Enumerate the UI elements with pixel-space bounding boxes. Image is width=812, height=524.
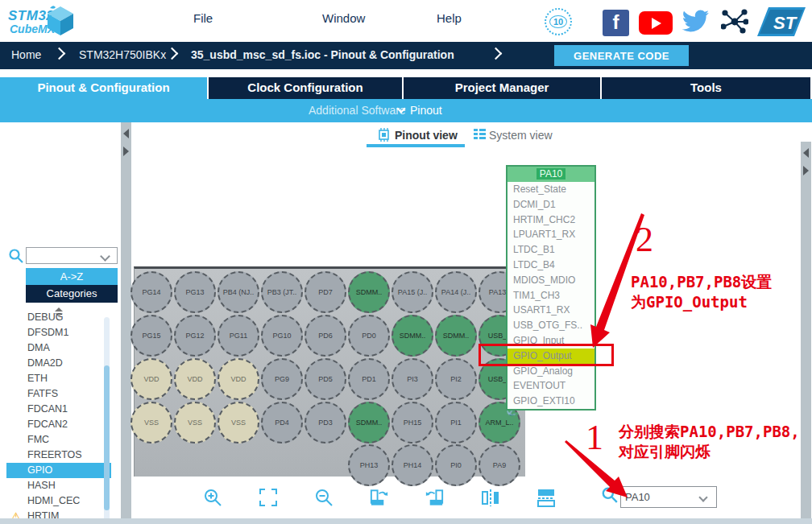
pin-pd0[interactable]: PD0 (348, 315, 390, 357)
expand-right-icon[interactable] (803, 166, 809, 175)
right-splitter[interactable] (801, 142, 811, 519)
pin-pb3jt[interactable]: PB3 (JT.. (261, 271, 303, 313)
pin-vss[interactable]: VSS (174, 402, 216, 444)
best-fit-icon[interactable] (257, 486, 279, 508)
network-icon[interactable] (721, 9, 748, 35)
sidebar-item-fatfs[interactable]: FATFS (6, 386, 111, 402)
peripheral-search-input[interactable] (26, 247, 118, 264)
tab-tools[interactable]: Tools (602, 77, 810, 99)
twitter-icon[interactable] (681, 10, 710, 34)
sidebar-item-gpio[interactable]: GPIO (6, 463, 111, 478)
anniversary-badge-icon[interactable]: 10 (545, 8, 572, 35)
tab-pinout-view[interactable]: Pinout view (395, 129, 458, 142)
pin-pd7[interactable]: PD7 (304, 271, 346, 313)
zoom-out-icon[interactable] (313, 486, 334, 508)
sidebar-item-fdcan1[interactable]: FDCAN1 (6, 402, 111, 417)
sidebar-item-hash[interactable]: HASH (6, 478, 111, 493)
menu-item-reset-state[interactable]: Reset_State (508, 182, 594, 197)
menu-item-gpio-exti10[interactable]: GPIO_EXTI10 (508, 394, 594, 409)
tab-project-manager[interactable]: Project Manager (404, 77, 602, 99)
tab-pinout-configuration[interactable]: Pinout & Configuration (0, 77, 209, 99)
st-logo[interactable]: ST (756, 5, 807, 39)
pin-pg14[interactable]: PG14 (130, 271, 172, 313)
pin-pi1[interactable]: PI1 (435, 402, 477, 444)
tab-system-view[interactable]: System view (489, 129, 553, 142)
additional-software-link[interactable]: Additional Software (309, 104, 406, 117)
sort-az-button[interactable]: A->Z (26, 268, 118, 285)
pinout-dropdown[interactable]: Pinout (398, 104, 442, 117)
pin-pi2[interactable]: PI2 (435, 358, 477, 400)
pin-pd1[interactable]: PD1 (348, 358, 390, 400)
breadcrumb-item-1[interactable]: STM32H750IBKx (79, 48, 166, 61)
pin-ph13[interactable]: PH13 (348, 444, 390, 486)
expand-right-icon[interactable] (123, 146, 129, 156)
menu-item-usb-otg-fs-[interactable]: USB_OTG_FS.. (508, 318, 594, 333)
pin-pd5[interactable]: PD5 (304, 358, 346, 400)
pin-pg15[interactable]: PG15 (130, 315, 172, 357)
sidebar-item-fmc[interactable]: FMC (6, 432, 111, 448)
pin-pi0[interactable]: PI0 (435, 444, 477, 486)
rotate-clockwise-icon[interactable] (368, 486, 390, 508)
breadcrumb-item-0[interactable]: Home (11, 48, 41, 61)
scrollbar-thumb[interactable] (104, 365, 110, 510)
collapse-left-icon[interactable] (803, 148, 809, 158)
pin-vdd[interactable]: VDD (130, 358, 172, 400)
pin-vss[interactable]: VSS (130, 402, 172, 444)
pin-pd4[interactable]: PD4 (261, 402, 303, 444)
pin-pg11[interactable]: PG11 (218, 315, 259, 357)
sidebar-item-dma[interactable]: DMA (6, 340, 111, 356)
pin-pa15j[interactable]: PA15 (J.. (392, 271, 433, 313)
generate-code-button[interactable]: GENERATE CODE (554, 45, 689, 66)
tab-clock-configuration[interactable]: Clock Configuration (209, 77, 404, 99)
left-splitter[interactable] (121, 122, 131, 524)
pin-pg9[interactable]: PG9 (261, 358, 303, 400)
layers-icon[interactable] (535, 486, 557, 508)
menu-item-usart1-rx[interactable]: USART1_RX (508, 303, 594, 318)
flip-horizontal-icon[interactable] (479, 486, 501, 508)
pin-pg10[interactable]: PG10 (261, 315, 303, 357)
pin-pg12[interactable]: PG12 (174, 315, 216, 357)
menu-help[interactable]: Help (437, 11, 462, 25)
pin-pi3[interactable]: PI3 (392, 358, 433, 400)
pin-pg13[interactable]: PG13 (174, 271, 216, 313)
menu-item-eventout[interactable]: EVENTOUT (508, 378, 594, 394)
menu-file[interactable]: File (193, 11, 213, 25)
pin-ph14[interactable]: PH14 (392, 444, 433, 486)
sidebar-item-dfsdm1[interactable]: DFSDM1 (6, 325, 111, 340)
pin-sdmm[interactable]: SDMM.. (392, 315, 433, 357)
collapse-left-icon[interactable] (123, 129, 129, 138)
menu-window[interactable]: Window (322, 11, 365, 25)
pin-sdmm[interactable]: SDMM.. (348, 402, 390, 444)
pin-ph15[interactable]: PH15 (392, 402, 433, 444)
pin-pd3[interactable]: PD3 (304, 402, 346, 444)
menu-item-hrtim-chc2[interactable]: HRTIM_CHC2 (508, 212, 594, 228)
menu-item-ltdc-b1[interactable]: LTDC_B1 (508, 242, 594, 258)
youtube-icon[interactable] (639, 11, 673, 35)
sidebar-item-freertos[interactable]: FREERTOS (6, 448, 111, 463)
pin-pa9[interactable]: PA9 (478, 444, 520, 486)
sidebar-item-fdcan2[interactable]: FDCAN2 (6, 417, 111, 432)
menu-item-tim1-ch3[interactable]: TIM1_CH3 (508, 288, 594, 303)
pin-sdmm[interactable]: SDMM.. (435, 315, 477, 357)
zoom-in-icon[interactable] (201, 486, 223, 508)
menu-item-lpuart1-rx[interactable]: LPUART1_RX (508, 227, 594, 242)
sidebar-item-hdmi_cec[interactable]: HDMI_CEC (6, 493, 111, 509)
rotate-counterclockwise-icon[interactable] (424, 486, 445, 508)
pin-sdmm[interactable]: SDMM.. (348, 271, 390, 313)
facebook-icon[interactable]: f (603, 10, 629, 36)
sidebar-item-dma2d[interactable]: DMA2D (6, 356, 111, 371)
pin-pd6[interactable]: PD6 (304, 315, 346, 357)
pin-vss[interactable]: VSS (218, 402, 259, 444)
pin-pb4nj[interactable]: PB4 (NJ.. (218, 271, 259, 313)
menu-item-dcmi-d1[interactable]: DCMI_D1 (508, 197, 594, 212)
pin-vdd[interactable]: VDD (174, 358, 216, 400)
breadcrumb-item-2[interactable]: 35_usbd_msc_sd_fs.ioc - Pinout & Configu… (191, 48, 454, 61)
menu-item-ltdc-b4[interactable]: LTDC_B4 (508, 258, 594, 273)
sidebar-item-debug[interactable]: DEBUG (6, 310, 111, 325)
sidebar-scrollbar[interactable] (104, 317, 110, 524)
menu-item-mdios-mdio[interactable]: MDIOS_MDIO (508, 273, 594, 288)
sidebar-item-eth[interactable]: ETH (6, 371, 111, 386)
pin-search-input[interactable]: PA10 (620, 486, 717, 508)
pin-pa14j[interactable]: PA14 (J.. (435, 271, 477, 313)
sort-categories-button[interactable]: Categories (26, 285, 118, 303)
